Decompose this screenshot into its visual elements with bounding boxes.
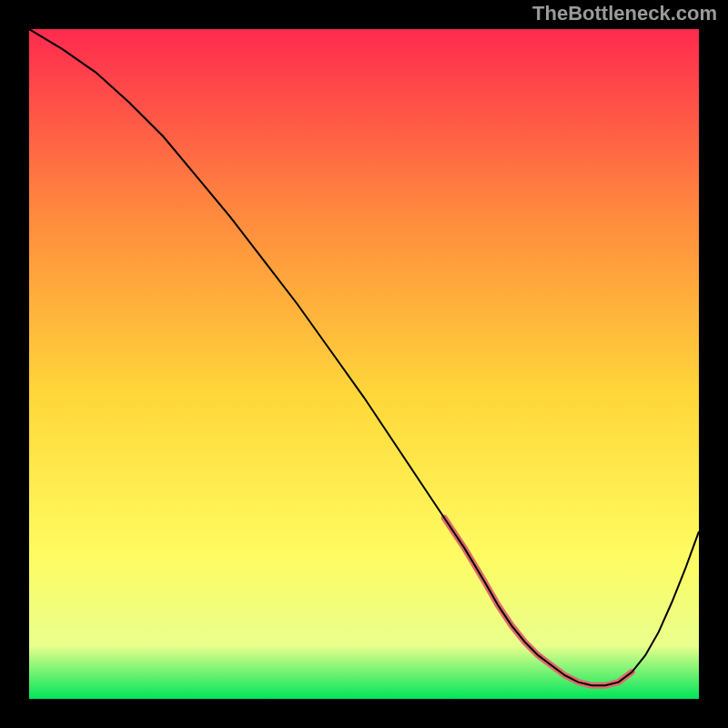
watermark-text: TheBottleneck.com [532,2,717,25]
bottleneck-chart [29,29,699,699]
gradient-background [29,29,699,699]
chart-plot-area [29,29,699,699]
